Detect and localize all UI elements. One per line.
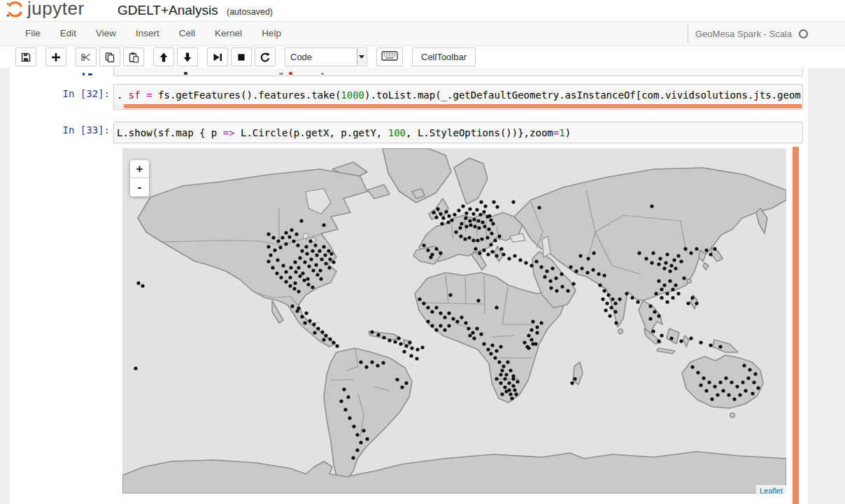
- code-token: =>: [223, 127, 235, 138]
- code-token: fs.getFeatures().features.take(: [152, 89, 341, 101]
- notebook-title[interactable]: GDELT+Analysis: [118, 3, 218, 18]
- command-palette-button[interactable]: [376, 48, 403, 66]
- toolbar-group: [153, 48, 198, 66]
- code-token: L.Circle(p.getX, p.getY,: [235, 127, 388, 138]
- zoom-in-button[interactable]: +: [130, 160, 149, 178]
- move-cell-up-button[interactable]: [153, 48, 174, 66]
- output-vertical-scrollbar[interactable]: [793, 147, 799, 504]
- save-icon: [20, 52, 31, 63]
- keyboard-icon: [381, 50, 398, 64]
- toolbar-group: [76, 48, 144, 66]
- code-token: =: [146, 89, 152, 101]
- code-token: sf: [129, 89, 141, 101]
- toolbar-group: [45, 48, 66, 66]
- paste-cell-icon: [128, 52, 139, 63]
- jupyter-logo-text: jupyter: [27, 0, 85, 20]
- jupyter-notebook-app: jupyter GDELT+Analysis (autosaved) FileE…: [0, 0, 845, 504]
- header: jupyter GDELT+Analysis (autosaved): [0, 0, 845, 21]
- world-map: [122, 148, 786, 494]
- horizontal-scrollbar-thumb[interactable]: [124, 104, 802, 108]
- run-cell-button[interactable]: [207, 48, 228, 66]
- add-cell-icon: [50, 52, 62, 63]
- leaflet-map-output[interactable]: + - Leaflet: [122, 148, 786, 494]
- toolbar-group: [207, 48, 276, 66]
- cut-cell-icon: [80, 52, 92, 63]
- cell-type-select[interactable]: Code: [285, 48, 367, 66]
- kernel-name: GeoMesa Spark - Scala: [695, 29, 792, 39]
- select-arrow-icon: [357, 49, 366, 65]
- code-line: . sf = fs.getFeatures().features.take(10…: [114, 85, 802, 105]
- zoom-out-button[interactable]: -: [130, 178, 149, 196]
- move-cell-down-icon: [182, 52, 193, 63]
- restart-kernel-button[interactable]: [255, 48, 276, 66]
- interrupt-kernel-button[interactable]: [231, 48, 252, 66]
- menu-list: FileEditViewInsertCellKernelHelp: [15, 22, 291, 45]
- code-line: L.show(sf.map { p => L.Circle(p.getX, p.…: [114, 122, 802, 143]
- code-token: L.show(sf.map { p: [117, 127, 223, 138]
- horizontal-scrollbar-track[interactable]: [115, 104, 802, 108]
- menu-bar: FileEditViewInsertCellKernelHelp GeoMesa…: [0, 21, 845, 46]
- code-token: 1000: [341, 89, 364, 101]
- clipped-code-input[interactable]: [113, 68, 803, 76]
- toolbar-group: [15, 48, 36, 66]
- toolbar-button-groups: [15, 48, 285, 66]
- add-cell-button[interactable]: [45, 48, 66, 66]
- paste-cell-button[interactable]: [123, 48, 144, 66]
- leaflet-attribution-link[interactable]: Leaflet: [756, 485, 786, 494]
- clipped-prompt-fragment: [88, 73, 92, 75]
- clipped-prompt-fragment: [83, 73, 85, 75]
- copy-cell-button[interactable]: [99, 48, 120, 66]
- map-zoom-control: + -: [130, 160, 149, 196]
- interrupt-kernel-icon: [236, 52, 247, 63]
- code-token: [141, 89, 146, 101]
- autosave-status: (autosaved): [227, 7, 273, 17]
- save-button[interactable]: [15, 48, 36, 66]
- code-input-32[interactable]: . sf = fs.getFeatures().features.take(10…: [113, 84, 803, 110]
- code-token: ).toList.map(_.getDefaultGeometry.asInst…: [364, 89, 803, 101]
- code-token: , L.StyleOptions())},zoom: [406, 127, 553, 138]
- menu-file[interactable]: File: [15, 22, 50, 45]
- celltoolbar-button[interactable]: CellToolbar: [412, 48, 476, 66]
- input-prompt: In [32]:: [10, 88, 110, 99]
- copy-cell-icon: [104, 52, 115, 63]
- notebook-area: In [32]: . sf = fs.getFeatures().feature…: [0, 68, 845, 504]
- menu-help[interactable]: Help: [252, 22, 291, 45]
- code-token: .: [117, 89, 129, 101]
- toolbar: Code CellToolbar: [0, 46, 845, 68]
- restart-kernel-icon: [260, 52, 271, 63]
- move-cell-up-icon: [158, 52, 169, 63]
- jupyter-logo[interactable]: jupyter: [6, 0, 85, 21]
- kernel-area: GeoMesa Spark - Scala: [679, 22, 808, 45]
- code-token: 1: [559, 127, 564, 138]
- input-prompt: In [33]:: [10, 124, 110, 136]
- menu-edit[interactable]: Edit: [50, 22, 86, 45]
- menu-view[interactable]: View: [86, 22, 126, 45]
- code-token: ): [565, 127, 571, 138]
- menu-cell[interactable]: Cell: [169, 22, 205, 45]
- run-cell-icon: [212, 52, 223, 63]
- menu-kernel[interactable]: Kernel: [205, 22, 252, 45]
- move-cell-down-button[interactable]: [177, 48, 198, 66]
- landmasses: [122, 148, 786, 494]
- cut-cell-button[interactable]: [76, 48, 97, 66]
- code-input-33[interactable]: L.show(sf.map { p => L.Circle(p.getX, p.…: [113, 122, 803, 143]
- kernel-separator: [688, 24, 688, 43]
- cell-type-value: Code: [290, 52, 312, 62]
- code-token: =: [553, 127, 559, 138]
- menu-insert[interactable]: Insert: [126, 22, 169, 45]
- kernel-idle-icon: [799, 29, 808, 38]
- notebook-container: In [32]: . sf = fs.getFeatures().feature…: [10, 68, 808, 504]
- jupyter-logo-icon: [6, 0, 24, 22]
- code-token: 100: [388, 127, 406, 138]
